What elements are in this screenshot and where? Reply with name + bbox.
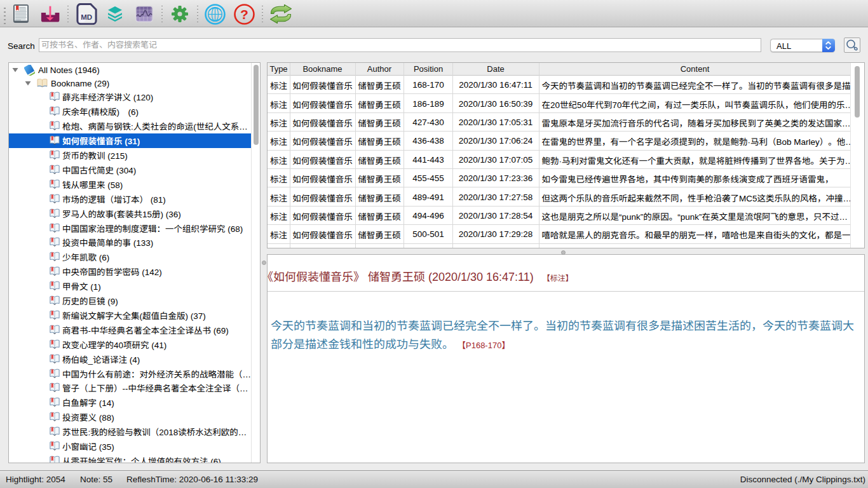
svg-text:MD: MD <box>81 13 92 21</box>
svg-text:?: ? <box>240 7 248 22</box>
